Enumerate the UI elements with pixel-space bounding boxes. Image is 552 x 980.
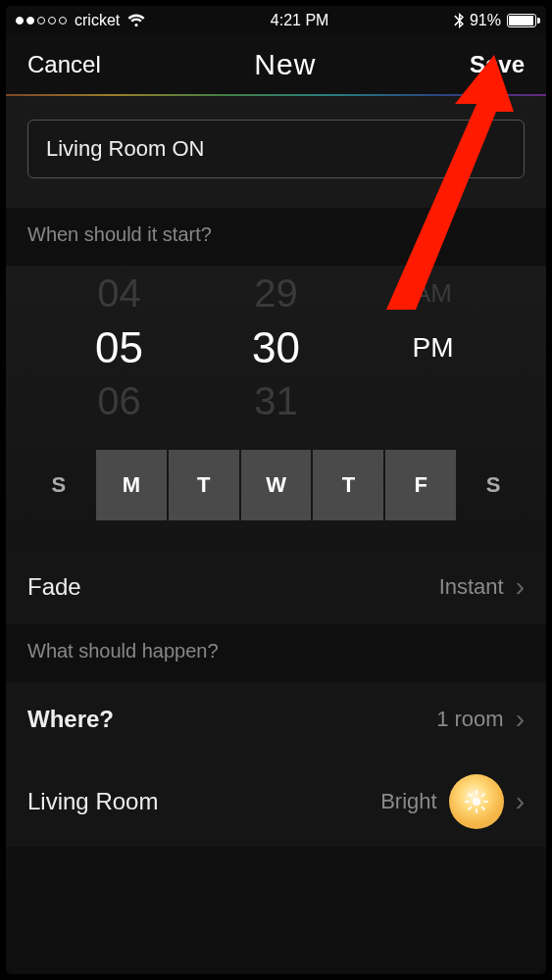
fade-row[interactable]: Fade Instant › bbox=[6, 550, 546, 624]
minute-wheel[interactable]: 29 30 31 bbox=[232, 267, 321, 428]
day-selector: SMTWTFS bbox=[6, 428, 546, 550]
battery-icon bbox=[507, 14, 536, 27]
svg-line-8 bbox=[481, 794, 483, 796]
where-value: 1 room bbox=[436, 707, 503, 732]
bluetooth-icon bbox=[454, 13, 464, 28]
day-toggle-3[interactable]: W bbox=[241, 450, 312, 520]
scene-room-label: Living Room bbox=[27, 788, 158, 815]
chevron-right-icon: › bbox=[516, 704, 525, 735]
fade-label: Fade bbox=[27, 573, 81, 601]
status-right: 91% bbox=[454, 12, 536, 29]
meridiem-next bbox=[389, 374, 477, 428]
where-row[interactable]: Where? 1 room › bbox=[6, 682, 546, 757]
meridiem-selected: PM bbox=[389, 320, 477, 374]
save-button[interactable]: Save bbox=[470, 51, 525, 78]
status-bar: cricket 4:21 PM 91% bbox=[6, 6, 546, 35]
time-picker-section: 04 05 06 29 30 31 AM PM SMTWTFS bbox=[6, 266, 546, 550]
routine-name-input[interactable]: Living Room ON bbox=[27, 120, 525, 178]
scene-bright-icon bbox=[449, 774, 504, 829]
chevron-right-icon: › bbox=[516, 571, 525, 603]
day-toggle-1[interactable]: M bbox=[96, 450, 167, 520]
nav-header: Cancel New Save bbox=[6, 35, 546, 94]
status-time: 4:21 PM bbox=[271, 12, 329, 29]
minute-prev: 29 bbox=[232, 267, 321, 320]
page-title: New bbox=[254, 48, 316, 81]
svg-line-5 bbox=[469, 794, 471, 796]
name-section: Living Room ON bbox=[6, 96, 546, 208]
day-toggle-6[interactable]: S bbox=[458, 450, 528, 520]
day-toggle-4[interactable]: T bbox=[313, 450, 383, 520]
chevron-right-icon: › bbox=[516, 786, 525, 817]
where-label: Where? bbox=[27, 706, 114, 733]
svg-point-0 bbox=[473, 798, 480, 806]
day-toggle-2[interactable]: T bbox=[169, 450, 239, 520]
hour-wheel[interactable]: 04 05 06 bbox=[75, 267, 164, 428]
minute-selected: 30 bbox=[232, 320, 321, 374]
hour-prev: 04 bbox=[75, 267, 164, 320]
minute-next: 31 bbox=[232, 374, 321, 428]
day-toggle-0[interactable]: S bbox=[24, 450, 94, 520]
day-toggle-5[interactable]: F bbox=[385, 450, 456, 520]
signal-strength-icon bbox=[16, 17, 67, 24]
app-screen: cricket 4:21 PM 91% Cancel New Save Livi… bbox=[6, 6, 546, 974]
hour-selected: 05 bbox=[75, 320, 164, 374]
status-left: cricket bbox=[16, 12, 145, 29]
section-what-header: What should happen? bbox=[6, 624, 546, 682]
section-when-header: When should it start? bbox=[6, 208, 546, 266]
meridiem-prev: AM bbox=[389, 267, 477, 320]
scene-value: Bright bbox=[380, 789, 436, 814]
hour-next: 06 bbox=[75, 374, 164, 428]
fade-value: Instant bbox=[439, 574, 504, 600]
time-picker[interactable]: 04 05 06 29 30 31 AM PM bbox=[6, 266, 546, 428]
cancel-button[interactable]: Cancel bbox=[27, 51, 101, 78]
meridiem-wheel[interactable]: AM PM bbox=[389, 267, 477, 428]
svg-line-6 bbox=[481, 808, 483, 809]
fade-value-wrap: Instant › bbox=[439, 571, 525, 603]
carrier-label: cricket bbox=[75, 12, 120, 29]
accent-divider bbox=[6, 94, 546, 96]
where-value-wrap: 1 room › bbox=[436, 704, 525, 735]
svg-line-7 bbox=[469, 808, 471, 809]
scene-row[interactable]: Living Room Bright › bbox=[6, 757, 546, 847]
scene-value-wrap: Bright › bbox=[380, 774, 525, 829]
battery-percent: 91% bbox=[470, 12, 501, 29]
wifi-icon bbox=[127, 14, 145, 27]
